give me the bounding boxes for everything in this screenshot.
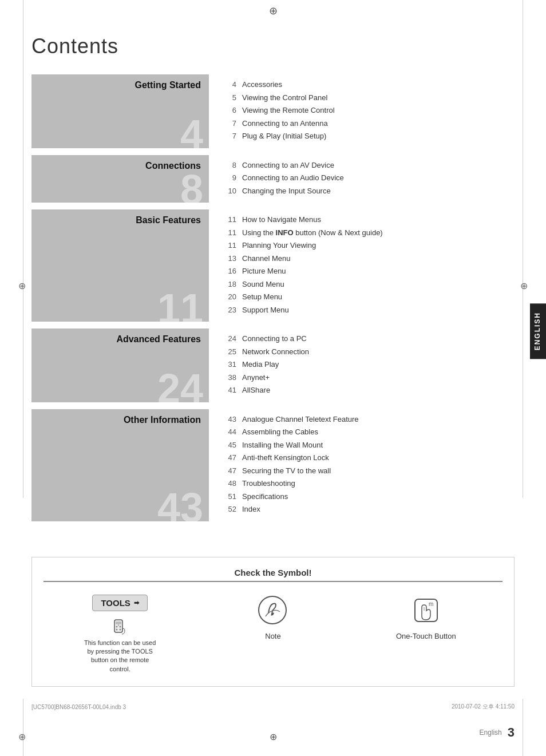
toc-item: 8Connecting to an AV Device xyxy=(220,160,515,171)
page-title: Contents xyxy=(31,34,515,58)
section-content-1: 8Connecting to an AV Device9Connecting t… xyxy=(209,155,515,203)
toc-page-num: 20 xyxy=(220,291,236,303)
toc-item: 18Sound Menu xyxy=(220,279,515,290)
toc-item-text: Securing the TV to the wall xyxy=(242,465,515,477)
page-number-area: English 3 xyxy=(479,725,515,740)
toc-page-num: 31 xyxy=(220,359,236,370)
toc-page-num: 11 xyxy=(220,240,236,251)
toc-page-num: 41 xyxy=(220,385,236,396)
toc-page-num: 16 xyxy=(220,266,236,277)
toc-item: 44Assembling the Cables xyxy=(220,426,515,438)
toc-item-text: Anti-theft Kensington Lock xyxy=(242,452,515,464)
footer-language: English xyxy=(479,729,501,737)
toc-item-text: Connecting to an Antenna xyxy=(242,118,515,129)
toc-item-text: Support Menu xyxy=(242,304,515,316)
toc-item: 43Analogue Channel Teletext Feature xyxy=(220,414,515,425)
toc-page-num: 44 xyxy=(220,426,236,438)
top-cross-mark: ⊕ xyxy=(269,5,278,17)
toc-item-text: Connecting to an AV Device xyxy=(242,160,515,171)
toc-item: 4Accessories xyxy=(220,79,515,90)
toc-item: 38Anynet+ xyxy=(220,372,515,383)
toc-item: 48Troubleshooting xyxy=(220,478,515,489)
margin-line-left xyxy=(23,0,23,498)
toc-item: 10Changing the Input Source xyxy=(220,185,515,197)
toc-page-num: 11 xyxy=(220,227,236,239)
section-content-4: 43Analogue Channel Teletext Feature44Ass… xyxy=(209,409,515,521)
toc-item: 11Planning Your Viewing xyxy=(220,240,515,251)
toc-item-text: Connecting to an Audio Device xyxy=(242,172,515,184)
check-symbol-content: TOOLS ➡ xyxy=(43,595,503,674)
footer-timestamp: 2010-07-02 오후 4:11:50 xyxy=(452,703,515,711)
toc-container: Getting Started44Accessories5Viewing the… xyxy=(31,74,515,521)
toc-item-text: Changing the Input Source xyxy=(242,185,515,197)
toc-item: 6Viewing the Remote Control xyxy=(220,105,515,116)
tools-description: This function can be used by pressing th… xyxy=(80,639,160,674)
toc-item: 45Installing the Wall Mount xyxy=(220,440,515,451)
toc-item: 5Viewing the Control Panel xyxy=(220,92,515,104)
toc-item-text: Using the INFO button (Now & Next guide) xyxy=(242,227,515,239)
toc-item-text: Channel Menu xyxy=(242,253,515,264)
cross-mark-bottom-center: ⊕ xyxy=(270,731,277,742)
section-title-4: Other Information xyxy=(124,415,201,425)
onetouch-icon: m xyxy=(410,595,442,626)
section-number-4: 43 xyxy=(157,490,203,521)
toc-page-num: 18 xyxy=(220,279,236,290)
check-symbol-title: Check the Symbol! xyxy=(43,568,503,582)
toc-page-num: 43 xyxy=(220,414,236,425)
main-content: Contents Getting Started44Accessories5Vi… xyxy=(0,0,546,540)
toc-item-text: Connecting to a PC xyxy=(242,333,515,345)
onetouch-label: One-Touch Button xyxy=(396,632,456,640)
toc-item-text: Viewing the Remote Control xyxy=(242,105,515,116)
toc-page-num: 7 xyxy=(220,130,236,142)
section-number-2: 11 xyxy=(157,291,203,322)
toc-item: 7Connecting to an Antenna xyxy=(220,118,515,129)
svg-rect-1 xyxy=(116,622,121,624)
footer-page-number: 3 xyxy=(508,725,515,740)
toc-item: 52Index xyxy=(220,504,515,515)
toc-item: 47Anti-theft Kensington Lock xyxy=(220,452,515,464)
bottom-margin-line-left xyxy=(23,699,23,756)
toc-page-num: 9 xyxy=(220,172,236,184)
toc-section-0: Getting Started44Accessories5Viewing the… xyxy=(31,74,515,148)
cross-mark-right: ⊕ xyxy=(520,280,528,291)
toc-item-text: Plug & Play (Initial Setup) xyxy=(242,130,515,142)
section-label-1: Connections8 xyxy=(31,155,209,203)
toc-item: 9Connecting to an Audio Device xyxy=(220,172,515,184)
toc-page-num: 23 xyxy=(220,304,236,316)
toc-page-num: 7 xyxy=(220,118,236,129)
toc-item: 13Channel Menu xyxy=(220,253,515,264)
section-title-0: Getting Started xyxy=(134,80,201,90)
tools-area: TOOLS ➡ xyxy=(80,595,160,674)
toc-page-num: 52 xyxy=(220,504,236,515)
section-number-0: 4 xyxy=(180,117,203,148)
section-label-0: Getting Started4 xyxy=(31,74,209,148)
toc-page-num: 47 xyxy=(220,452,236,464)
toc-page-num: 11 xyxy=(220,214,236,225)
section-title-2: Basic Features xyxy=(136,215,201,225)
toc-section-3: Advanced Features2424Connecting to a PC2… xyxy=(31,328,515,402)
section-content-2: 11How to Navigate Menus11Using the INFO … xyxy=(209,209,515,322)
svg-text:m: m xyxy=(429,601,433,607)
bottom-margin-line-right xyxy=(523,699,523,756)
toc-page-num: 47 xyxy=(220,465,236,477)
english-sidebar-tab: ENGLISH xyxy=(530,303,546,359)
check-symbol-section: Check the Symbol! TOOLS ➡ xyxy=(31,557,515,687)
note-icon xyxy=(257,595,288,626)
toc-page-num: 13 xyxy=(220,253,236,264)
check-symbol-box: Check the Symbol! TOOLS ➡ xyxy=(31,557,515,687)
page-outer: ⊕ ⊕ ⊕ ENGLISH Contents Getting Started44… xyxy=(0,0,546,756)
section-label-2: Basic Features11 xyxy=(31,209,209,322)
toc-item: 11Using the INFO button (Now & Next guid… xyxy=(220,227,515,239)
toc-item-text: Sound Menu xyxy=(242,279,515,290)
section-title-1: Connections xyxy=(145,161,201,171)
section-label-4: Other Information43 xyxy=(31,409,209,521)
toc-page-num: 48 xyxy=(220,478,236,489)
toc-item-text: Picture Menu xyxy=(242,266,515,277)
note-symbol-item: Note xyxy=(204,595,342,640)
toc-page-num: 45 xyxy=(220,440,236,451)
footer: [UC5700]BN68-02656T-00L04.indb 3 2010-07… xyxy=(0,692,546,715)
toc-page-num: 5 xyxy=(220,92,236,104)
toc-item-text: Specifications xyxy=(242,491,515,502)
svg-point-6 xyxy=(118,624,119,626)
toc-item-text: Setup Menu xyxy=(242,291,515,303)
